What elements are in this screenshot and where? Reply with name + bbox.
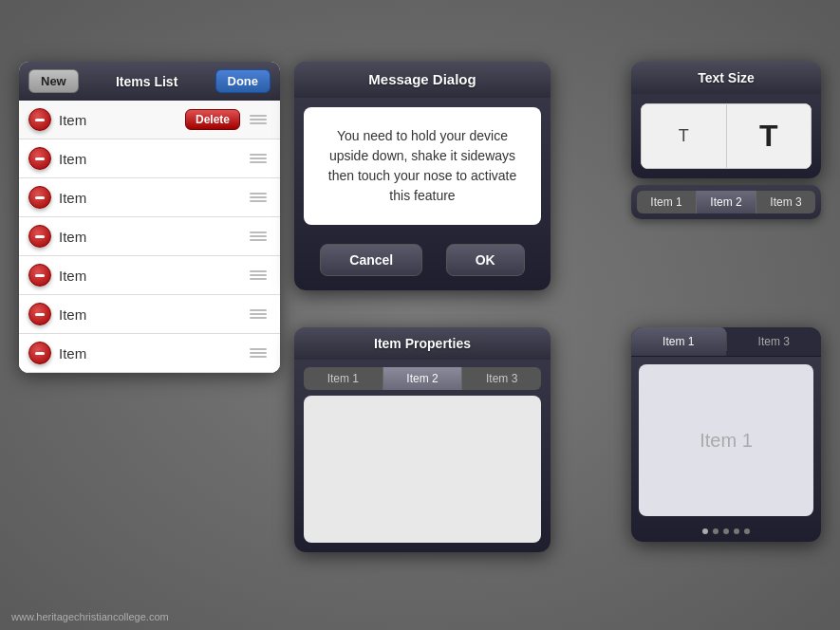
text-size-header: Text Size (631, 62, 821, 94)
dot-4 (734, 528, 739, 534)
prop-tab-1[interactable]: Item 1 (304, 367, 383, 390)
items-list-title: Items List (79, 74, 215, 89)
text-size-small-option[interactable]: T (641, 103, 726, 169)
dot-3 (723, 528, 729, 534)
drag-line (250, 232, 267, 233)
drag-line (250, 122, 267, 124)
list-item-label: Item (59, 229, 246, 245)
item-properties-panel: Item Properties Item 1 Item 2 Item 3 (294, 327, 551, 552)
message-dialog-header: Message Dialog (294, 62, 551, 98)
item-properties-header: Item Properties (294, 327, 551, 360)
prop-tab-2[interactable]: Item 2 (383, 367, 463, 390)
delete-circle-icon[interactable] (28, 264, 51, 287)
table-row: Item (19, 139, 280, 178)
br-tab-3[interactable]: Item 3 (727, 327, 822, 356)
drag-line (250, 278, 267, 280)
small-text-icon: T (679, 126, 689, 146)
list-items-container: Item Delete Item Item (19, 101, 280, 373)
drag-line (250, 196, 267, 198)
dot-2 (713, 528, 719, 534)
drag-line (250, 270, 267, 272)
new-button[interactable]: New (28, 69, 79, 93)
drag-line (250, 317, 267, 319)
drag-handle[interactable] (246, 152, 271, 165)
item-properties-tabs: Item 1 Item 2 Item 3 (304, 367, 541, 390)
text-size-panel: Text Size T T (631, 62, 821, 178)
br-tab-1[interactable]: Item 1 (631, 327, 726, 356)
drag-line (250, 158, 267, 159)
list-item-label: Item (59, 190, 246, 206)
table-row: Item Delete (19, 101, 280, 139)
dot-5 (744, 528, 750, 534)
message-dialog-body: You need to hold your device upside down… (304, 107, 541, 225)
text-size-large-option[interactable]: T (726, 103, 812, 169)
message-dialog-text: You need to hold your device upside down… (318, 126, 527, 206)
drag-line (250, 348, 267, 350)
drag-line (250, 115, 267, 117)
drag-line (250, 274, 267, 276)
drag-handle[interactable] (246, 113, 271, 126)
segmented-control-top: Item 1 Item 2 Item 3 (631, 185, 821, 219)
drag-handle[interactable] (246, 307, 271, 321)
items-list-panel: New Items List Done Item Delete Item (19, 62, 280, 373)
drag-line (250, 352, 267, 354)
delete-circle-icon[interactable] (28, 303, 51, 325)
segmented-control-inner: Item 1 Item 2 Item 3 (637, 191, 815, 213)
prop-tab-3[interactable]: Item 3 (462, 367, 541, 390)
bottom-right-content-label: Item 1 (700, 430, 753, 452)
delete-button[interactable]: Delete (185, 109, 240, 130)
drag-handle[interactable] (246, 269, 271, 282)
drag-line (250, 235, 267, 237)
drag-line (250, 193, 267, 195)
list-item-label: Item (59, 112, 185, 128)
items-list-header: New Items List Done (19, 62, 280, 101)
drag-line (250, 154, 267, 156)
segment-item-3[interactable]: Item 3 (756, 191, 815, 213)
delete-circle-icon[interactable] (28, 342, 51, 364)
drag-line (250, 309, 267, 311)
message-dialog-buttons: Cancel OK (294, 234, 551, 290)
pagination-dots (631, 524, 821, 542)
delete-circle-icon[interactable] (28, 186, 51, 209)
text-size-title: Text Size (698, 70, 755, 85)
message-dialog-panel: Message Dialog You need to hold your dev… (294, 62, 551, 290)
segment-item-2[interactable]: Item 2 (697, 191, 756, 213)
bottom-right-tabs: Item 1 Item 3 (631, 327, 821, 357)
large-text-icon: T (759, 119, 778, 154)
table-row: Item (19, 256, 280, 295)
message-dialog-title: Message Dialog (368, 71, 476, 87)
drag-line (250, 356, 267, 358)
drag-handle[interactable] (246, 346, 271, 360)
drag-line (250, 239, 267, 241)
list-item-label: Item (59, 345, 246, 361)
table-row: Item (19, 217, 280, 256)
item-properties-body (304, 396, 541, 543)
list-item-label: Item (59, 268, 246, 284)
text-size-body: T T (641, 103, 812, 169)
done-button[interactable]: Done (215, 69, 271, 93)
bottom-right-panel: Item 1 Item 3 Item 1 (631, 327, 821, 542)
ok-button[interactable]: OK (446, 244, 525, 276)
bottom-right-body: Item 1 (639, 364, 813, 516)
drag-handle[interactable] (246, 230, 271, 243)
cancel-button[interactable]: Cancel (320, 244, 422, 276)
table-row: Item (19, 295, 280, 334)
delete-circle-icon[interactable] (28, 108, 51, 131)
watermark: www.heritagechristiancollege.com (11, 611, 169, 622)
segment-item-1[interactable]: Item 1 (637, 191, 697, 213)
drag-line (250, 313, 267, 315)
drag-handle[interactable] (246, 191, 271, 204)
dot-1 (702, 528, 708, 534)
table-row: Item (19, 334, 280, 373)
table-row: Item (19, 178, 280, 217)
drag-line (250, 200, 267, 202)
list-item-label: Item (59, 151, 246, 167)
drag-line (250, 161, 267, 163)
list-item-label: Item (59, 306, 246, 323)
delete-circle-icon[interactable] (28, 147, 51, 170)
item-properties-title: Item Properties (374, 336, 471, 351)
drag-line (250, 119, 267, 120)
delete-circle-icon[interactable] (28, 225, 51, 248)
